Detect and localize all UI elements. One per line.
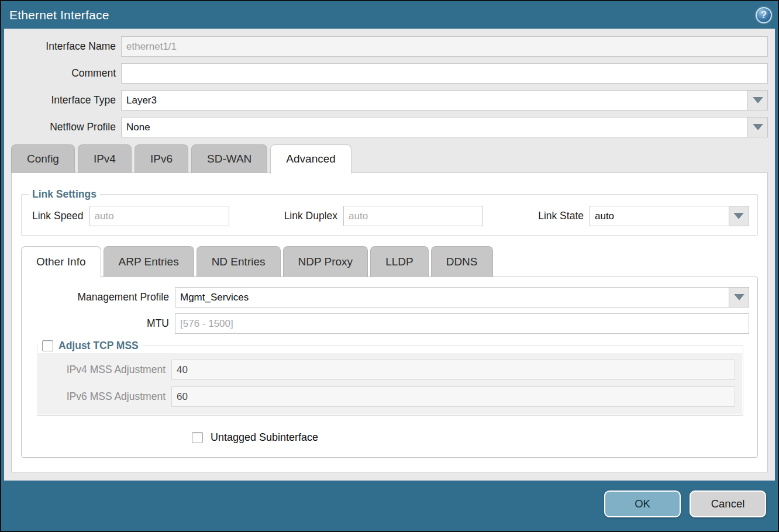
link-speed-field[interactable] [89,206,229,226]
link-speed-label: Link Speed [32,210,89,222]
link-state-group: Link State [538,206,749,226]
comment-field[interactable] [121,63,768,84]
tab-advanced[interactable]: Advanced [270,144,351,174]
tab-sdwan[interactable]: SD-WAN [191,144,267,173]
dialog-titlebar: Ethernet Interface ? [1,1,778,29]
ipv6-mss-field [171,386,735,407]
mtu-label: MTU [30,317,175,330]
chevron-down-icon [753,97,763,103]
subtab-arp-entries[interactable]: ARP Entries [104,246,194,277]
ipv6-mss-row: IPv6 MSS Adjustment [38,386,735,407]
ipv4-mss-field [171,360,735,380]
management-profile-row: Management Profile [30,287,749,308]
chevron-down-icon [733,213,744,219]
adjust-tcp-mss-legend: Adjust TCP MSS [39,340,142,352]
subtab-nd-entries[interactable]: ND Entries [197,246,281,277]
untagged-subinterface-row: Untagged Subinterface [192,431,749,444]
cancel-button[interactable]: Cancel [690,490,766,517]
dialog-title: Ethernet Interface [9,8,109,22]
link-duplex-group: Link Duplex [284,206,483,226]
subtab-lldp[interactable]: LLDP [370,246,429,277]
mss-disabled-section: IPv4 MSS Adjustment IPv6 MSS Adjustment [38,353,742,414]
interface-name-row: Interface Name [11,36,768,57]
netflow-profile-dropdown-trigger[interactable] [748,117,768,137]
ok-button[interactable]: OK [604,490,681,517]
ipv4-mss-label: IPv4 MSS Adjustment [38,364,171,376]
link-settings-legend: Link Settings [29,188,100,201]
tab-ipv4[interactable]: IPv4 [78,144,132,173]
interface-name-label: Interface Name [11,40,121,53]
link-state-dropdown-trigger[interactable] [729,206,749,226]
management-profile-select[interactable] [175,287,729,308]
subtab-ddns[interactable]: DDNS [431,246,493,277]
interface-name-field [121,36,768,57]
link-speed-group: Link Speed [32,206,229,226]
interface-type-row: Interface Type [11,90,768,110]
link-duplex-field[interactable] [343,206,483,226]
mtu-field[interactable] [175,313,749,334]
ethernet-interface-dialog: Ethernet Interface ? Interface Name Comm… [0,0,779,532]
netflow-profile-row: Netflow Profile [11,117,768,137]
adjust-tcp-mss-group: Adjust TCP MSS IPv4 MSS Adjustment IPv6 … [37,340,743,416]
chevron-down-icon [734,294,744,300]
netflow-profile-select[interactable] [121,117,748,137]
help-icon[interactable]: ? [756,7,772,23]
adjust-tcp-mss-checkbox[interactable] [42,340,53,351]
comment-row: Comment [11,63,768,84]
interface-type-select[interactable] [121,90,748,110]
advanced-tab-panel: Link Settings Link Speed Link Duplex Lin… [11,172,768,472]
subtab-other-info[interactable]: Other Info [21,246,101,278]
main-tabs: Config IPv4 IPv6 SD-WAN Advanced [11,144,768,173]
management-profile-dropdown-trigger[interactable] [729,287,749,308]
mtu-row: MTU [30,313,749,334]
comment-label: Comment [11,67,121,80]
other-info-panel: Management Profile MTU [21,277,758,458]
subtab-ndp-proxy[interactable]: NDP Proxy [283,246,368,277]
untagged-subinterface-label: Untagged Subinterface [211,431,318,444]
ipv4-mss-row: IPv4 MSS Adjustment [38,360,735,380]
dialog-body: Interface Name Comment Interface Type Ne… [4,29,775,481]
dialog-footer: OK Cancel [1,481,778,531]
link-state-label: Link State [538,210,590,222]
adjust-tcp-mss-label: Adjust TCP MSS [58,340,139,352]
netflow-profile-label: Netflow Profile [11,121,121,133]
link-settings-group: Link Settings Link Speed Link Duplex Lin… [21,188,758,236]
ipv6-mss-label: IPv6 MSS Adjustment [38,391,171,403]
advanced-subtabs: Other Info ARP Entries ND Entries NDP Pr… [21,246,758,277]
management-profile-label: Management Profile [30,291,175,303]
interface-type-dropdown-trigger[interactable] [748,90,768,110]
link-state-select[interactable] [590,206,729,226]
untagged-subinterface-checkbox[interactable] [192,432,203,443]
link-duplex-label: Link Duplex [284,210,343,222]
chevron-down-icon [753,124,763,130]
tab-config[interactable]: Config [11,144,75,173]
interface-type-label: Interface Type [11,94,121,106]
tab-ipv6[interactable]: IPv6 [135,144,188,173]
